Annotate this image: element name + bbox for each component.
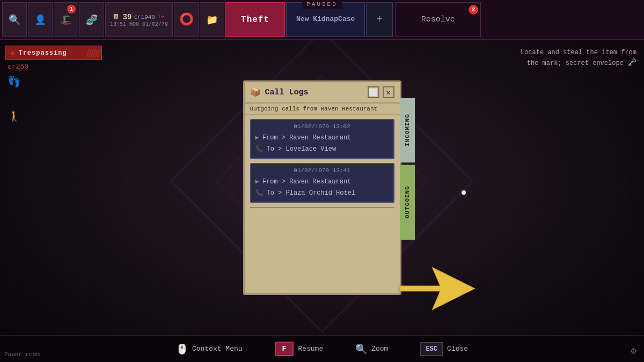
play-icon-1: ▶ [255, 134, 259, 142]
f-key: F [275, 342, 294, 356]
context-menu-item[interactable]: 🖱️ Context Menu [176, 343, 243, 355]
close-icon: ✕ [386, 88, 390, 97]
zoom-icon: 🔍 [355, 343, 367, 355]
top-bar: PAUSED 🔍 👤 🎩 1 🧬 ₩ 39 ɛr1940 1+ 13:51 MO… [0, 0, 644, 40]
call-log-entry-1[interactable]: 01/02/1979 13:02 ▶ From > Raven Restaura… [250, 119, 394, 159]
bottom-bar: 🖱️ Context Menu F Resume 🔍 Zoom ESC Clos… [0, 335, 644, 362]
phone-icon-1: 📞 [255, 145, 264, 153]
tab-theft[interactable]: Theft [225, 2, 285, 37]
cube-icon: 📦 [250, 87, 261, 98]
context-menu-label: Context Menu [192, 345, 243, 353]
phone-icon-2: 📞 [255, 189, 264, 197]
location-label: Power room [4, 351, 40, 358]
tab-incoming[interactable]: INCOMING [400, 98, 415, 162]
dna-icon: 🧬 [86, 14, 98, 26]
person-icon: 👤 [34, 14, 46, 26]
folder-icon-btn[interactable]: 📁 [200, 2, 224, 37]
esc-key: ESC [420, 342, 443, 356]
folder-icon: 📁 [206, 14, 218, 26]
close-item[interactable]: ESC Close [420, 342, 468, 356]
resume-item[interactable]: F Resume [275, 342, 324, 356]
year-stat: ɛr1940 [134, 13, 155, 20]
modal-overlay: 📦 Call Logs ⬜ ✕ Outgoing calls from Rave… [0, 40, 644, 335]
call-logs-modal: 📦 Call Logs ⬜ ✕ Outgoing calls from Rave… [243, 80, 401, 295]
call-from-1: ▶ From > Raven Restaurant [255, 132, 389, 143]
modal-box-button[interactable]: ⬜ [368, 86, 379, 98]
hat-icon-btn[interactable]: 🎩 1 [54, 2, 78, 37]
dna-icon-btn[interactable]: 🧬 [79, 2, 104, 37]
resume-label: Resume [298, 345, 323, 353]
time-stat: 13:51 MON 01/02/79 [110, 21, 168, 27]
close-label: Close [447, 345, 468, 353]
modal-close-button[interactable]: ✕ [383, 86, 394, 98]
arrow-indicator [400, 264, 475, 326]
call-time-2: 01/02/1979 13:41 [255, 167, 389, 174]
search-icon: 🔍 [9, 14, 20, 26]
call-log-entry-2[interactable]: 01/02/1979 13:41 ▶ From > Raven Restaura… [250, 163, 394, 203]
box-icon: ⬜ [369, 88, 378, 97]
hat-icon: 🎩 [60, 14, 72, 26]
stats-block: ₩ 39 ɛr1940 1+ 13:51 MON 01/02/79 [105, 2, 173, 37]
call-time-1: 01/02/1979 13:02 [255, 123, 389, 130]
plus-icon: + [376, 13, 383, 26]
tab-new-case[interactable]: + [366, 2, 393, 37]
call-to-2: 📞 To > Plaza Orchid Hotel [255, 187, 389, 198]
zoom-item[interactable]: 🔍 Zoom [355, 343, 388, 355]
circle-icon: ⭕ [179, 12, 194, 27]
top-icons: 🔍 👤 🎩 1 🧬 ₩ 39 ɛr1940 1+ 13:51 MON 01/02… [0, 0, 483, 39]
settings-icon[interactable]: ⚙ [631, 345, 636, 357]
play-icon-2: ▶ [255, 178, 259, 186]
money-stat: ₩ 39 [114, 12, 132, 21]
svg-marker-0 [400, 267, 475, 310]
resolve-badge: 2 [469, 5, 478, 14]
plus-stat: 1+ [157, 13, 164, 20]
call-from-2: ▶ From > Raven Restaurant [255, 176, 389, 187]
side-tabs: INCOMING OUTGOING [400, 98, 415, 240]
circle-icon-btn[interactable]: ⭕ [174, 2, 199, 37]
modal-controls: ⬜ ✕ [368, 86, 394, 98]
mouse-icon: 🖱️ [176, 343, 188, 355]
paused-label: PAUSED [302, 0, 342, 9]
separator [250, 207, 394, 208]
tab-outgoing[interactable]: OUTGOING [400, 165, 415, 240]
empty-log-area [245, 210, 400, 275]
resolve-label: Resolve [421, 15, 455, 24]
resolve-button[interactable]: Resolve 2 [395, 2, 481, 37]
search-icon-btn[interactable]: 🔍 [2, 2, 27, 37]
person-icon-btn[interactable]: 👤 [28, 2, 53, 37]
hat-badge: 1 [67, 5, 76, 13]
call-to-1: 📞 To > Lovelace View [255, 143, 389, 154]
modal-subtitle: Outgoing calls from Raven Restaurant [245, 104, 400, 115]
zoom-label: Zoom [371, 345, 388, 353]
modal-header: 📦 Call Logs ⬜ ✕ [245, 82, 400, 104]
modal-title: 📦 Call Logs [250, 87, 309, 98]
